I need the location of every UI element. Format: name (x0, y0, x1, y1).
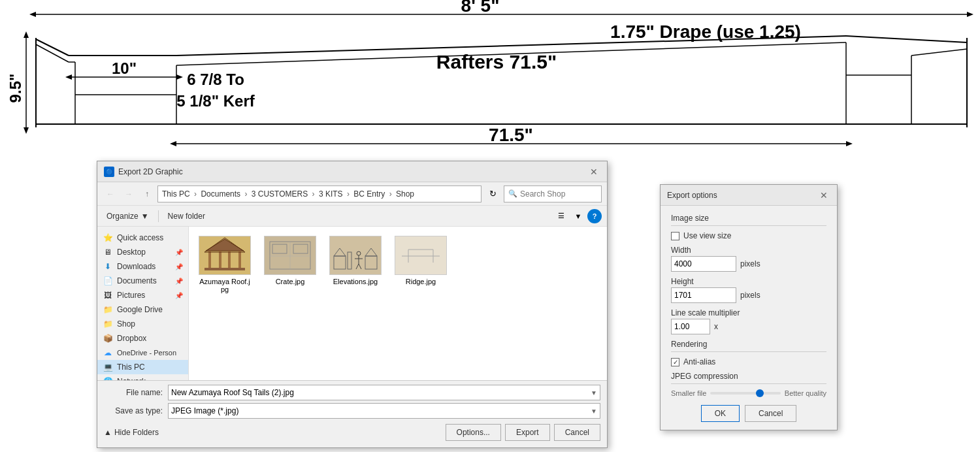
breadcrumb-kits[interactable]: 3 KITS (319, 189, 343, 199)
compression-slider-thumb[interactable] (756, 389, 764, 397)
height-input-row: pixels (671, 287, 826, 303)
this-pc-icon: 💻 (103, 362, 113, 372)
new-folder-button[interactable]: New folder (164, 210, 209, 222)
file-thumb-ridge (395, 236, 447, 275)
svg-text:10": 10" (112, 59, 137, 77)
file-name-crate: Crate.jpg (276, 278, 305, 285)
breadcrumb-bar[interactable]: This PC › Documents › 3 CUSTOMERS › 3 KI… (157, 186, 482, 202)
width-unit: pixels (740, 259, 760, 268)
quick-access-icon: ⭐ (103, 233, 113, 243)
sidebar-item-shop[interactable]: 📁 Shop (97, 317, 188, 331)
file-grid: Azumaya Roof.jpg (195, 233, 600, 296)
export-option-buttons: OK Cancel (671, 405, 826, 422)
desktop-icon: 🖥 (103, 247, 113, 257)
toolbar-separator (158, 210, 159, 222)
sidebar-item-network[interactable]: 🌐 Network (97, 374, 188, 380)
rendering-label: Rendering (671, 340, 826, 349)
compression-slider-track[interactable] (710, 392, 780, 395)
file-thumb-elevations (329, 236, 382, 275)
file-area: Azumaya Roof.jpg (189, 227, 607, 380)
width-input[interactable] (671, 256, 736, 272)
sidebar-item-documents[interactable]: 📄 Documents 📌 (97, 274, 188, 288)
refresh-button[interactable]: ↻ (484, 186, 501, 202)
svg-rect-65 (395, 236, 446, 274)
sidebar-label-documents: Documents (117, 276, 157, 285)
sidebar-label-onedrive: OneDrive - Person (117, 349, 176, 357)
use-view-size-checkbox[interactable] (671, 232, 679, 240)
file-thumb-crate (264, 236, 316, 275)
dialog-actions-bar: ▲ Hide Folders Options... Export Cancel (104, 421, 600, 444)
svg-rect-42 (208, 251, 211, 269)
breadcrumb-docs[interactable]: Documents (201, 189, 240, 199)
height-unit: pixels (740, 291, 760, 300)
up-button[interactable]: ↑ (139, 186, 155, 202)
view-dropdown-button[interactable]: ▼ (570, 208, 586, 224)
compression-slider-row: Smaller file Better quality (671, 389, 826, 397)
sidebar-label-downloads: Downloads (117, 262, 155, 271)
width-field-label: Width (671, 246, 826, 255)
filename-dropdown-arrow: ▼ (591, 389, 597, 396)
forward-button[interactable]: → (121, 186, 137, 202)
breadcrumb-shop[interactable]: Shop (396, 189, 414, 199)
new-folder-label: New folder (168, 212, 205, 221)
options-button[interactable]: Options... (446, 424, 501, 441)
view-list-button[interactable]: ☰ (553, 208, 569, 224)
sidebar-item-quick-access[interactable]: ⭐ Quick access (97, 231, 188, 245)
file-item-crate[interactable]: Crate.jpg (261, 233, 319, 296)
export-options-titlebar: Export options ✕ (661, 185, 837, 206)
anti-alias-row: ✓ Anti-alias (671, 357, 826, 366)
export-options-dialog: Export options ✕ Image size Use view siz… (660, 184, 838, 430)
filename-input[interactable]: New Azumaya Roof Sq Tails (2).jpg ▼ (168, 385, 600, 400)
sidebar-label-quick-access: Quick access (117, 233, 163, 242)
breadcrumb-pc[interactable]: This PC (162, 189, 190, 199)
line-scale-input[interactable] (671, 319, 710, 334)
filetype-input[interactable]: JPEG Image (*.jpg) ▼ (168, 403, 600, 419)
dialog-bottom: File name: New Azumaya Roof Sq Tails (2)… (97, 380, 607, 447)
sidebar-item-onedrive[interactable]: ☁ OneDrive - Person (97, 346, 188, 360)
width-input-row: pixels (671, 256, 826, 272)
file-item-azumaya[interactable]: Azumaya Roof.jpg (195, 233, 254, 296)
help-button[interactable]: ? (587, 209, 602, 223)
svg-text:5 1/8" Kerf: 5 1/8" Kerf (176, 92, 255, 110)
breadcrumb-customers[interactable]: 3 CUSTOMERS (252, 189, 308, 199)
breadcrumb-bc[interactable]: BC Entry (353, 189, 385, 199)
anti-alias-label: Anti-alias (683, 357, 715, 366)
export-options-close-button[interactable]: ✕ (817, 189, 830, 202)
search-input[interactable] (520, 189, 597, 199)
sidebar-item-pictures[interactable]: 🖼 Pictures 📌 (97, 288, 188, 302)
svg-line-19 (846, 36, 967, 42)
back-button[interactable]: ← (103, 186, 118, 202)
svg-marker-37 (170, 141, 176, 146)
sidebar-item-desktop[interactable]: 🖥 Desktop 📌 (97, 245, 188, 259)
dialog-close-button[interactable]: ✕ (587, 165, 600, 178)
svg-marker-38 (846, 141, 853, 146)
sidebar-item-downloads[interactable]: ⬇ Downloads 📌 (97, 259, 188, 274)
sidebar-item-dropbox[interactable]: 📦 Dropbox (97, 331, 188, 346)
svg-rect-43 (238, 251, 241, 269)
pictures-pin: 📌 (175, 292, 183, 299)
anti-alias-checkbox[interactable]: ✓ (671, 358, 679, 366)
height-input[interactable] (671, 287, 736, 303)
sidebar-item-google-drive[interactable]: 📁 Google Drive (97, 302, 188, 317)
filetype-value: JPEG Image (*.jpg) (171, 406, 238, 415)
file-toolbar: Organize ▼ New folder ☰ ▼ ? (97, 206, 607, 227)
cancel-button[interactable]: Cancel (554, 424, 600, 441)
organize-button[interactable]: Organize ▼ (103, 210, 153, 222)
file-item-ridge[interactable]: Ridge.jpg (391, 233, 450, 296)
file-name-ridge: Ridge.jpg (406, 278, 436, 285)
line-scale-unit: x (714, 322, 718, 331)
organize-arrow: ▼ (141, 212, 149, 221)
svg-marker-12 (176, 74, 183, 80)
file-item-elevations[interactable]: Elevations.jpg (326, 233, 385, 296)
svg-marker-2 (967, 12, 973, 17)
search-box[interactable]: 🔍 (504, 186, 602, 202)
jpeg-compression-divider (671, 383, 826, 384)
sidebar-item-this-pc[interactable]: 💻 This PC (97, 360, 188, 374)
export-ok-button[interactable]: OK (701, 405, 740, 422)
svg-marker-7 (24, 127, 29, 134)
export-cancel-button[interactable]: Cancel (745, 405, 796, 422)
hide-folders-arrow: ▲ (104, 428, 112, 437)
file-name-elevations: Elevations.jpg (333, 278, 378, 285)
hide-folders-button[interactable]: ▲ Hide Folders (104, 428, 159, 437)
export-button[interactable]: Export (505, 424, 550, 441)
